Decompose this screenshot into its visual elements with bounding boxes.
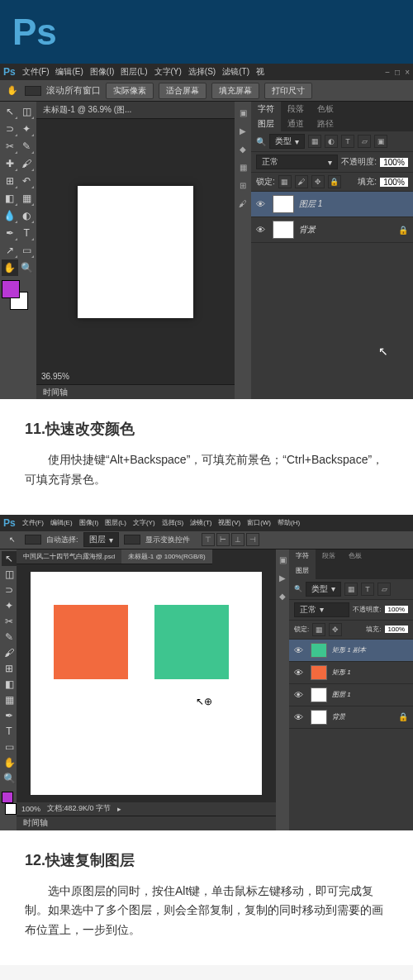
foreground-swatch[interactable] [2,280,20,298]
filter-type-icon[interactable]: T [341,135,354,148]
timeline-panel[interactable]: 时间轴 [36,384,235,399]
layer-name[interactable]: 背景 [332,712,345,721]
hand-tool-icon[interactable]: ✋ [5,83,20,98]
tab-character[interactable]: 字符 [289,549,316,564]
menu-file[interactable]: 文件(F) [22,66,50,78]
wand-tool[interactable]: ✦ [19,121,36,137]
menu-image[interactable]: 图像(I) [79,518,99,527]
layer-name[interactable]: 矩形 1 副本 [332,645,366,654]
blur-tool[interactable]: 💧 [2,207,18,224]
layer-thumbnail[interactable] [311,643,327,658]
eraser-tool[interactable]: ◧ [2,677,17,692]
scroll-all-checkbox[interactable] [25,86,41,96]
lock-pixels-icon[interactable]: 🖌 [295,175,308,188]
tab-layers[interactable]: 图层 [289,564,316,579]
background-swatch[interactable] [5,803,17,815]
layer-item[interactable]: 👁 背景 🔒 [251,217,413,243]
hand-tool[interactable]: ✋ [2,259,18,276]
menu-select[interactable]: 选择(S) [162,518,184,527]
menu-type[interactable]: 文字(Y) [154,66,182,78]
document-tab-1[interactable]: 中国风二十四节气白露海报.psd [17,549,121,564]
layer-thumbnail[interactable] [311,687,327,702]
filter-icon[interactable]: ▦ [344,583,358,596]
canvas[interactable]: ↖⊕ [31,572,262,795]
layer-name[interactable]: 图层 1 [299,198,322,210]
crop-tool[interactable]: ✂ [2,614,17,629]
chevron-right-icon[interactable]: ▸ [117,805,121,813]
visibility-icon[interactable]: 👁 [294,645,306,655]
auto-select-checkbox[interactable] [25,535,41,545]
menu-filter[interactable]: 滤镜(T) [222,66,249,78]
blend-mode-select[interactable]: 正常 ▾ [256,155,338,169]
canvas-viewport[interactable]: ↖⊕ [17,564,276,802]
layer-name[interactable]: 背景 [299,224,316,235]
marquee-tool[interactable]: ◫ [2,567,17,582]
pen-tool[interactable]: ✒ [2,708,17,723]
layer-item[interactable]: 👁 矩形 1 副本 [289,640,413,662]
lock-position-icon[interactable]: ✥ [311,175,325,188]
brush-panel-icon[interactable]: 🖌 [237,197,249,209]
timeline-panel[interactable]: 时间轴 [17,816,276,830]
menu-layer[interactable]: 图层(L) [105,518,126,527]
tab-layers[interactable]: 图层 [251,117,281,131]
foreground-swatch[interactable] [2,792,13,803]
filter-kind-select[interactable]: 类型 ▾ [269,134,305,149]
wand-tool[interactable]: ✦ [2,598,17,613]
search-icon[interactable]: 🔍 [294,585,302,592]
menu-layer[interactable]: 图层(L) [121,66,147,78]
layer-thumbnail[interactable] [311,665,327,680]
visibility-icon[interactable]: 👁 [256,199,268,209]
heal-tool[interactable]: ✚ [2,155,18,172]
document-tab[interactable]: 未标题-1 @ 36.9% (图... [36,102,235,119]
layer-thumbnail[interactable] [273,221,294,239]
visibility-icon[interactable]: 👁 [294,712,306,722]
menu-select[interactable]: 选择(S) [188,66,216,78]
tab-channels[interactable]: 通道 [281,117,311,131]
history-brush-tool[interactable]: ↶ [19,173,36,189]
zoom-tool[interactable]: 🔍 [19,259,36,276]
green-rectangle[interactable] [154,605,229,679]
minimize-icon[interactable]: − [385,68,390,77]
lock-icon[interactable]: ▦ [312,623,325,636]
filter-icon[interactable]: ▱ [377,583,391,596]
menu-window[interactable]: 窗口(W) [247,518,271,527]
lasso-tool[interactable]: ⊃ [2,583,17,597]
auto-select-dropdown[interactable]: 图层 ▾ [83,532,119,547]
filter-icon[interactable]: T [361,583,374,596]
menu-help[interactable]: 帮助(H) [278,518,300,527]
layer-name[interactable]: 矩形 1 [332,668,351,677]
crop-tool[interactable]: ✂ [2,138,18,155]
filter-smart-icon[interactable]: ▣ [374,135,387,148]
zoom-tool[interactable]: 🔍 [2,771,17,786]
menu-edit[interactable]: 编辑(E) [50,518,73,527]
fill-input[interactable]: 100% [385,626,408,633]
eraser-tool[interactable]: ◧ [2,190,18,207]
menu-view[interactable]: 视 [256,66,264,78]
fit-screen-button[interactable]: 适合屏幕 [159,83,206,99]
visibility-icon[interactable]: 👁 [294,668,306,678]
opacity-input[interactable]: 100% [380,158,408,167]
gradient-tool[interactable]: ▦ [2,692,17,707]
layer-item[interactable]: 👁 矩形 1 [289,662,413,684]
lock-transparent-icon[interactable]: ▦ [278,175,292,188]
align-icon[interactable]: ⊤ [202,533,215,546]
panel-icon[interactable]: ▶ [277,573,288,584]
path-tool[interactable]: ↗ [2,242,18,259]
filter-kind-select[interactable]: 类型▾ [306,582,341,597]
align-icon[interactable]: ⊣ [246,533,259,546]
move-tool-icon[interactable]: ↖ [5,532,20,547]
visibility-icon[interactable]: 👁 [294,690,306,700]
orange-rectangle[interactable] [54,605,128,679]
zoom-readout[interactable]: 100% [21,805,40,813]
layer-item[interactable]: 👁 图层 1 [251,192,413,217]
play-icon[interactable]: ▶ [237,125,249,136]
tab-character[interactable]: 字符 [251,102,281,117]
eyedropper-tool[interactable]: ✎ [2,630,17,645]
type-tool[interactable]: T [2,724,17,739]
gradient-tool[interactable]: ▦ [19,190,36,207]
layer-item[interactable]: 👁 图层 1 [289,684,413,706]
tab-paragraph[interactable]: 段落 [316,549,342,564]
eyedropper-tool[interactable]: ✎ [19,138,36,155]
move-tool[interactable]: ↖ [2,551,17,566]
search-icon[interactable]: 🔍 [256,137,266,146]
